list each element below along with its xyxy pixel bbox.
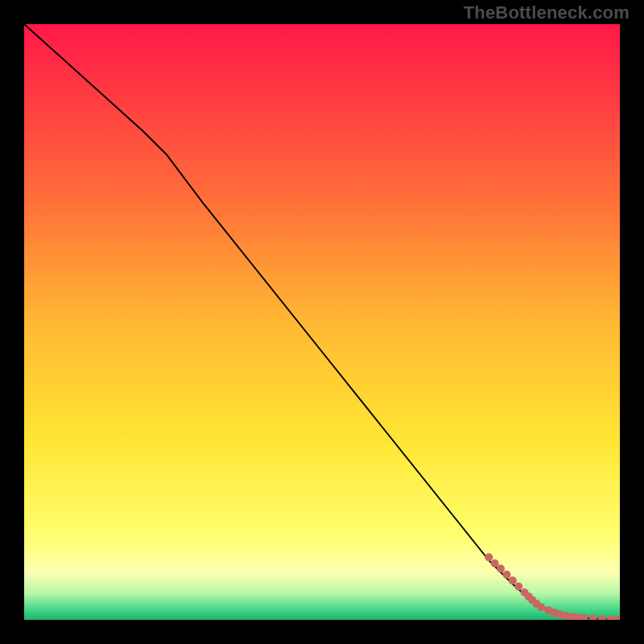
chart-background: [24, 24, 620, 620]
scatter-point: [502, 571, 510, 579]
plot-area: [24, 24, 620, 620]
scatter-point: [537, 603, 545, 611]
scatter-point: [514, 583, 522, 591]
scatter-point: [491, 559, 499, 568]
scatter-point: [485, 553, 493, 561]
scatter-point: [497, 564, 505, 572]
watermark-text: TheBottleneck.com: [464, 2, 630, 23]
scatter-point: [509, 576, 517, 584]
chart-frame: TheBottleneck.com: [0, 0, 644, 644]
chart-svg: [24, 24, 620, 620]
